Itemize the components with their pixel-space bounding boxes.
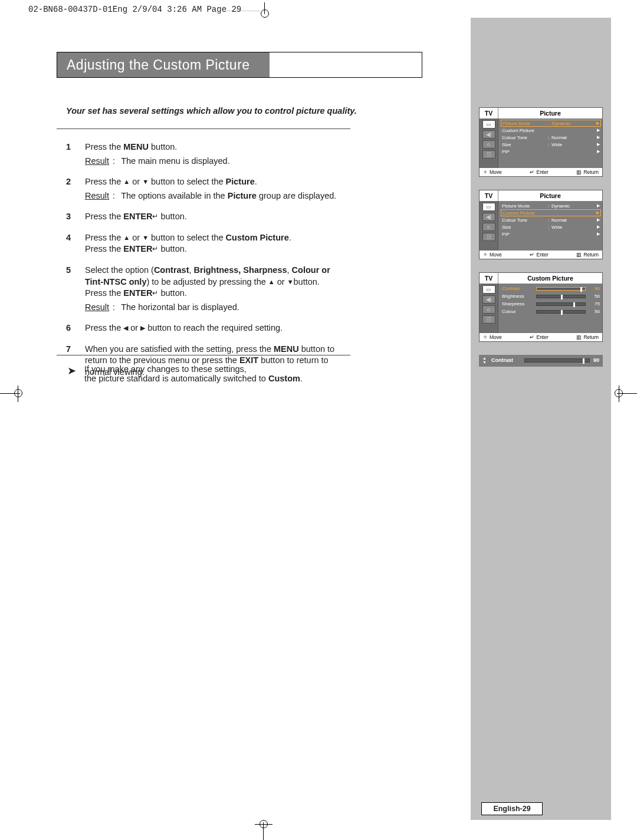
step-1: 1 Press the MENU button. Result:The main…: [66, 141, 350, 167]
slider-colour: Colour50: [502, 308, 600, 315]
crop-mark-left: [0, 386, 22, 402]
note: ➤ If you make any changes to these setti…: [67, 364, 350, 383]
osd-panel-custom-picture: TV Custom Picture ▭ ◀) ⎌ ☷ Contrast90 Br…: [479, 272, 603, 342]
step-number: 2: [66, 176, 85, 202]
sound-icon: ◀): [482, 213, 495, 221]
picture-icon: ▭: [482, 120, 495, 129]
picture-icon: ▭: [482, 285, 495, 294]
step-number: 4: [66, 232, 85, 255]
osd-footer: ✧Move ↵Enter ▥Return: [480, 168, 602, 176]
step-number: 6: [66, 322, 85, 334]
step-4: 4 Press the ▲ or ▼ button to select the …: [66, 232, 350, 255]
osd-list: Picture Mode:Dynamic▶ Custom Picture▶ Co…: [498, 201, 602, 251]
list-item: Size:Wide▶: [502, 223, 600, 230]
sound-icon: ◀): [482, 295, 495, 304]
list-item: Colour Tone:Normal▶: [502, 216, 600, 223]
divider: [57, 355, 350, 355]
crop-mark-top: [0, 2, 637, 19]
channel-icon: ⎌: [482, 305, 495, 314]
osd-title: Custom Picture: [498, 273, 602, 284]
osd-icon-rail: ▭ ◀) ⎌ ☷: [480, 201, 498, 251]
list-item: PIP▶: [502, 148, 600, 155]
page-title: Adjusting the Custom Picture: [57, 52, 270, 77]
crop-mark-bottom: [255, 819, 272, 840]
channel-icon: ⎌: [482, 223, 495, 231]
list-item: Custom Picture▶: [502, 127, 600, 134]
step-6: 6 Press the ◀ or ▶ button to reach the r…: [66, 322, 350, 334]
page-frame: TV Picture ▭ ◀) ⎌ ☷ Picture Mode:Dynamic…: [24, 18, 611, 820]
sound-icon: ◀): [482, 130, 495, 139]
page-title-bar: Adjusting the Custom Picture: [57, 52, 422, 78]
step-number: 3: [66, 211, 85, 223]
osd-title: Picture: [498, 108, 602, 118]
setup-icon: ☷: [482, 150, 495, 159]
list-item: Colour Tone:Normal▶: [502, 134, 600, 141]
osd-title: Picture: [498, 190, 602, 201]
osd-slider-list: Contrast90 Brightness50 Sharpness75 Colo…: [498, 284, 602, 333]
osd-list: Picture Mode:Dynamic▶ Custom Picture▶ Co…: [498, 118, 602, 168]
step-2: 2 Press the ▲ or ▼ button to select the …: [66, 176, 350, 202]
list-item: Picture Mode:Dynamic▶: [501, 120, 601, 127]
step-number: 5: [66, 265, 85, 313]
list-item: Size:Wide▶: [502, 141, 600, 148]
list-item: PIP▶: [502, 230, 600, 238]
setup-icon: ☷: [482, 233, 495, 241]
list-item: Custom Picture▶: [501, 209, 601, 216]
crop-mark-right: [615, 386, 637, 402]
osd-contrast-bar: ▲▼ Contrast 90: [479, 355, 603, 367]
updown-icon: ▲▼: [482, 356, 487, 364]
osd-tv-label: TV: [480, 273, 498, 284]
sidebar-column: TV Picture ▭ ◀) ⎌ ☷ Picture Mode:Dynamic…: [471, 18, 611, 820]
step-5: 5 Select the option (Contrast, Brightnes…: [66, 265, 350, 313]
osd-icon-rail: ▭ ◀) ⎌ ☷: [480, 118, 498, 168]
osd-tv-label: TV: [480, 108, 498, 118]
osd-panel-picture-1: TV Picture ▭ ◀) ⎌ ☷ Picture Mode:Dynamic…: [479, 107, 603, 177]
slider-brightness: Brightness50: [502, 292, 600, 300]
slider-sharpness: Sharpness75: [502, 300, 600, 308]
note-arrow-icon: ➤: [67, 365, 76, 383]
intro-text: Your set has several settings which allo…: [66, 106, 357, 116]
divider: [57, 129, 350, 129]
steps-list: 1 Press the MENU button. Result:The main…: [66, 141, 350, 378]
picture-icon: ▭: [482, 203, 495, 211]
channel-icon: ⎌: [482, 140, 495, 149]
osd-panel-picture-2: TV Picture ▭ ◀) ⎌ ☷ Picture Mode:Dynamic…: [479, 190, 603, 259]
step-number: 1: [66, 141, 85, 167]
slider-contrast: Contrast90: [502, 285, 600, 292]
osd-footer: ✧Move ↵Enter ▥Return: [480, 251, 602, 259]
osd-footer: ✧Move ↵Enter ▥Return: [480, 333, 602, 341]
osd-icon-rail: ▭ ◀) ⎌ ☷: [480, 284, 498, 333]
osd-tv-label: TV: [480, 190, 498, 201]
step-3: 3 Press the ENTER↵ button.: [66, 211, 350, 223]
page-number: English-29: [481, 802, 543, 815]
list-item: Picture Mode:Dynamic▶: [502, 202, 600, 209]
setup-icon: ☷: [482, 315, 495, 324]
